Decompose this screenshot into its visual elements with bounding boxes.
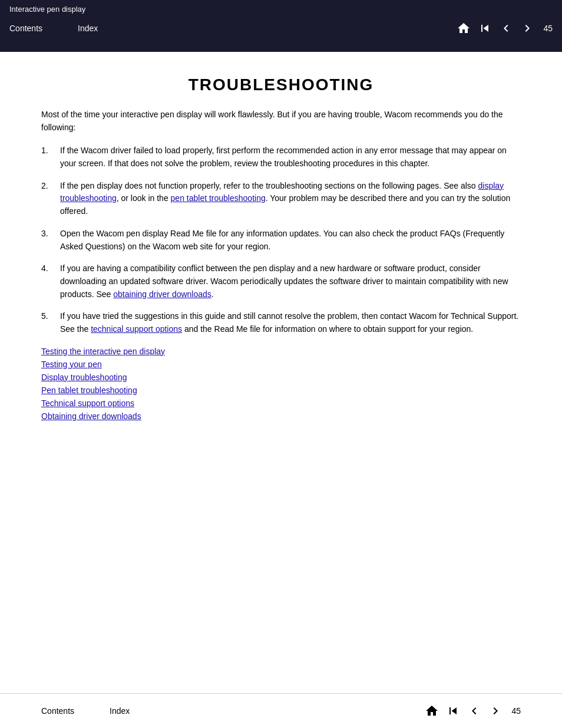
list-text-after-5: and the Read Me file for information on … bbox=[182, 324, 473, 334]
footer-nav-links: Contents Index bbox=[41, 706, 130, 716]
technical-support-options-link[interactable]: technical support options bbox=[91, 324, 182, 334]
header-nav-controls: 45 bbox=[455, 19, 553, 37]
first-page-icon[interactable] bbox=[476, 19, 494, 37]
list-text-after-4: . bbox=[211, 289, 214, 299]
header-nav-links: Contents Index bbox=[9, 24, 98, 33]
list-num: 1. bbox=[41, 144, 53, 170]
list-text-before-2: If the pen display does not function pro… bbox=[60, 181, 478, 190]
nav-link-display-troubleshooting[interactable]: Display troubleshooting bbox=[41, 373, 521, 382]
nav-link-pen-tablet-troubleshooting[interactable]: Pen tablet troubleshooting bbox=[41, 386, 521, 395]
header-page-number: 45 bbox=[543, 24, 553, 33]
list-text-4: If you are having a compatibility confli… bbox=[60, 262, 521, 301]
list-item: 5. If you have tried the suggestions in … bbox=[41, 310, 521, 335]
footer-next-page-icon[interactable] bbox=[487, 702, 504, 720]
footer-contents-link[interactable]: Contents bbox=[41, 706, 74, 716]
main-content: TROUBLESHOOTING Most of the time your in… bbox=[0, 52, 562, 444]
footer-home-icon[interactable] bbox=[423, 702, 441, 720]
list-text: If the Wacom driver failed to load prope… bbox=[60, 144, 521, 170]
numbered-list: 1. If the Wacom driver failed to load pr… bbox=[41, 144, 521, 335]
footer-first-page-icon[interactable] bbox=[444, 702, 462, 720]
nav-link-technical-support[interactable]: Technical support options bbox=[41, 398, 521, 408]
obtaining-driver-downloads-link[interactable]: obtaining driver downloads bbox=[113, 289, 211, 299]
list-item: 3. Open the Wacom pen display Read Me fi… bbox=[41, 228, 521, 253]
footer-page-number: 45 bbox=[511, 706, 521, 716]
list-text-5: If you have tried the suggestions in thi… bbox=[60, 310, 521, 335]
list-item: 4. If you are having a compatibility con… bbox=[41, 262, 521, 301]
list-num: 4. bbox=[41, 262, 53, 301]
nav-link-testing-pen[interactable]: Testing your pen bbox=[41, 360, 521, 369]
prev-page-icon[interactable] bbox=[497, 19, 515, 37]
list-num: 3. bbox=[41, 228, 53, 253]
footer-prev-page-icon[interactable] bbox=[465, 702, 483, 720]
pen-tablet-troubleshooting-link[interactable]: pen tablet troubleshooting bbox=[171, 193, 266, 203]
intro-text: Most of the time your interactive pen di… bbox=[41, 108, 521, 134]
home-icon[interactable] bbox=[455, 19, 472, 37]
list-item: 1. If the Wacom driver failed to load pr… bbox=[41, 144, 521, 170]
list-text: Open the Wacom pen display Read Me file … bbox=[60, 228, 521, 253]
page-heading: TROUBLESHOOTING bbox=[41, 75, 521, 94]
footer-index-link[interactable]: Index bbox=[110, 706, 130, 716]
header-title: Interactive pen display bbox=[9, 5, 553, 14]
list-item: 2. If the pen display does not function … bbox=[41, 180, 521, 218]
links-section: Testing the interactive pen display Test… bbox=[41, 347, 521, 421]
header-contents-link[interactable]: Contents bbox=[9, 24, 42, 33]
list-text-2: If the pen display does not function pro… bbox=[60, 180, 521, 218]
header-index-link[interactable]: Index bbox=[78, 24, 98, 33]
header-nav: Contents Index bbox=[9, 19, 553, 44]
list-num: 2. bbox=[41, 180, 53, 218]
footer-nav-controls: 45 bbox=[423, 702, 521, 720]
nav-link-testing-display[interactable]: Testing the interactive pen display bbox=[41, 347, 521, 356]
header-bar: Interactive pen display Contents Index bbox=[0, 0, 562, 52]
nav-link-obtaining-driver[interactable]: Obtaining driver downloads bbox=[41, 411, 521, 421]
list-num: 5. bbox=[41, 310, 53, 335]
page-wrapper: Interactive pen display Contents Index bbox=[0, 0, 562, 728]
footer-bar: Contents Index bbox=[0, 693, 562, 728]
next-page-icon[interactable] bbox=[518, 19, 536, 37]
list-text-middle-2: , or look in the bbox=[117, 193, 171, 203]
